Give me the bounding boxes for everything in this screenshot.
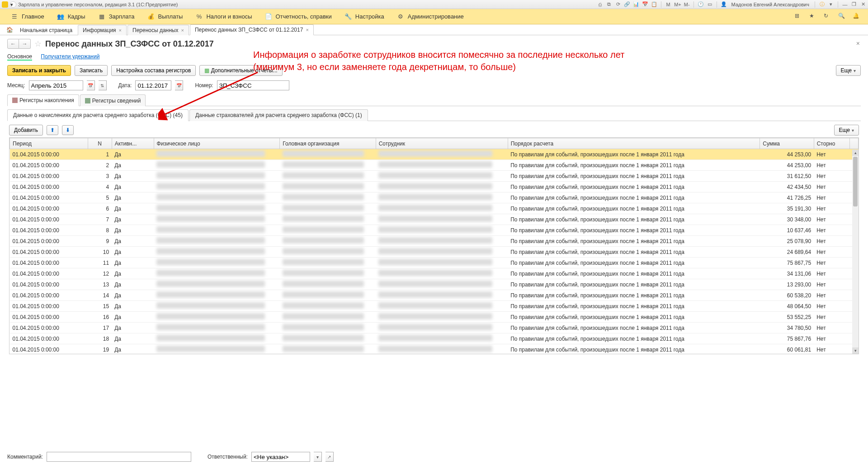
menu-reports[interactable]: 📄Отчетность, справки bbox=[259, 9, 338, 24]
tab-info[interactable]: Информация× bbox=[78, 25, 127, 35]
table-row[interactable]: 01.04.2015 0:00:0019ДаПо правилам для со… bbox=[10, 344, 859, 355]
tool-refresh-icon[interactable]: ⟳ bbox=[615, 1, 621, 8]
tool-calendar-icon[interactable]: 📅 bbox=[642, 1, 648, 8]
memory-mplus[interactable]: M+ bbox=[674, 1, 681, 8]
menu-main[interactable]: ☰Главное bbox=[5, 9, 51, 24]
tool-calc-icon[interactable]: 📊 bbox=[633, 1, 639, 8]
tab-data-insurers[interactable]: Данные страхователей для расчета среднег… bbox=[189, 109, 368, 121]
menu-payouts[interactable]: 💰Выплаты bbox=[141, 9, 189, 24]
nav-forward-button[interactable]: → bbox=[19, 39, 31, 49]
bell-icon[interactable]: 🔔 bbox=[853, 13, 861, 21]
save-button[interactable]: Записать bbox=[75, 65, 108, 76]
date-calendar-icon[interactable]: 📅 bbox=[175, 80, 183, 90]
table-scrollbar[interactable]: ▴ ▾ bbox=[852, 150, 859, 354]
menu-salary[interactable]: ▦Зарплата bbox=[92, 9, 141, 24]
table-row[interactable]: 01.04.2015 0:00:008ДаПо правилам для соб… bbox=[10, 225, 859, 236]
table-row[interactable]: 01.04.2015 0:00:007ДаПо правилам для соб… bbox=[10, 214, 859, 225]
col-calc-order[interactable]: Порядок расчета bbox=[508, 138, 760, 149]
scroll-up-icon[interactable]: ▴ bbox=[852, 150, 859, 156]
table-row[interactable]: 01.04.2015 0:00:0018ДаПо правилам для со… bbox=[10, 333, 859, 344]
tab-accum-registers[interactable]: Регистры накопления bbox=[7, 94, 79, 106]
month-calendar-icon[interactable]: 📅 bbox=[87, 80, 95, 90]
table-row[interactable]: 01.04.2015 0:00:006ДаПо правилам для соб… bbox=[10, 203, 859, 214]
col-main-org[interactable]: Головная организация bbox=[280, 138, 376, 149]
history-icon[interactable]: ↻ bbox=[824, 13, 832, 21]
responsible-input[interactable] bbox=[251, 452, 310, 462]
memory-m[interactable]: M bbox=[665, 1, 671, 8]
table-row[interactable]: 01.04.2015 0:00:0017ДаПо правилам для со… bbox=[10, 323, 859, 333]
tab-transfers[interactable]: Переносы данных× bbox=[127, 25, 189, 35]
apps-icon[interactable]: ⊞ bbox=[795, 13, 803, 21]
move-up-button[interactable]: ⬆ bbox=[47, 125, 58, 135]
add-button[interactable]: Добавить bbox=[9, 125, 43, 136]
col-n[interactable]: N bbox=[88, 138, 112, 149]
memory-mminus[interactable]: M- bbox=[684, 1, 690, 8]
table-row[interactable]: 01.04.2015 0:00:002ДаПо правилам для соб… bbox=[10, 160, 859, 171]
scroll-down-icon[interactable]: ▾ bbox=[852, 347, 859, 354]
menu-admin[interactable]: ⚙Администрирование bbox=[391, 9, 470, 24]
close-form-icon[interactable]: × bbox=[856, 40, 860, 47]
tab-start[interactable]: Начальная страница bbox=[15, 25, 77, 35]
extra-reports-button[interactable]: ▦ Дополнительные отчеты... bbox=[199, 65, 282, 76]
month-spinner[interactable]: ⇅ bbox=[99, 80, 107, 90]
col-active[interactable]: Активн... bbox=[112, 138, 154, 149]
close-icon[interactable]: × bbox=[181, 28, 184, 33]
table-row[interactable]: 01.04.2015 0:00:001ДаПо правилам для соб… bbox=[10, 149, 859, 160]
table-row[interactable]: 01.04.2015 0:00:0011ДаПо правилам для со… bbox=[10, 258, 859, 268]
table-row[interactable]: 01.04.2015 0:00:009ДаПо правилам для соб… bbox=[10, 236, 859, 247]
dropdown-icon[interactable]: ▾ bbox=[828, 1, 834, 8]
tab-info-registers[interactable]: Регистры сведений bbox=[80, 94, 146, 106]
tool-link-icon[interactable]: 🔗 bbox=[624, 1, 630, 8]
favorite-star-icon[interactable]: ☆ bbox=[34, 39, 42, 49]
table-row[interactable]: 01.04.2015 0:00:0015ДаПо правилам для со… bbox=[10, 301, 859, 312]
col-person[interactable]: Физическое лицо bbox=[154, 138, 280, 149]
menu-settings[interactable]: 🔧Настройка bbox=[338, 9, 391, 24]
comment-input[interactable] bbox=[47, 452, 191, 462]
col-storno[interactable]: Сторно bbox=[814, 138, 850, 149]
date-input[interactable] bbox=[135, 80, 171, 90]
more-button[interactable]: Еще▾ bbox=[836, 65, 861, 76]
table-row[interactable]: 01.04.2015 0:00:0012ДаПо правилам для со… bbox=[10, 268, 859, 279]
move-down-button[interactable]: ⬇ bbox=[62, 125, 74, 135]
table-row[interactable]: 01.04.2015 0:00:005ДаПо правилам для соб… bbox=[10, 192, 859, 203]
responsible-dropdown-icon[interactable]: ▾ bbox=[314, 452, 322, 462]
tab-document[interactable]: Перенос данных ЗП_СЗФСС от 01.12.2017× bbox=[190, 24, 314, 35]
responsible-open-icon[interactable]: ↗ bbox=[326, 452, 334, 462]
home-icon[interactable]: 🏠 bbox=[6, 27, 13, 33]
col-sum[interactable]: Сумма bbox=[760, 138, 814, 149]
tool-window-icon[interactable]: ▭ bbox=[707, 1, 713, 8]
username[interactable]: Мадонов Евгений Александрович bbox=[730, 2, 811, 7]
restore-icon[interactable]: ❐ bbox=[851, 1, 857, 8]
tab-data-accruals[interactable]: Данные о начислениях для расчета среднег… bbox=[7, 109, 189, 121]
info-icon[interactable]: ⓘ bbox=[819, 1, 825, 8]
table-row[interactable]: 01.04.2015 0:00:0010ДаПо правилам для со… bbox=[10, 247, 859, 258]
tool-clipboard-icon[interactable]: 📋 bbox=[651, 1, 657, 8]
menu-kadry[interactable]: 👥Кадры bbox=[51, 9, 92, 24]
close-icon[interactable]: × bbox=[306, 27, 308, 33]
table-more-button[interactable]: Еще▾ bbox=[834, 125, 859, 136]
table-row[interactable]: 01.04.2015 0:00:0014ДаПо правилам для со… bbox=[10, 290, 859, 301]
table-row[interactable]: 01.04.2015 0:00:004ДаПо правилам для соб… bbox=[10, 182, 859, 192]
scroll-thumb[interactable] bbox=[853, 157, 858, 206]
minimize-icon[interactable]: — bbox=[842, 1, 848, 8]
number-input[interactable] bbox=[217, 80, 289, 90]
save-close-button[interactable]: Записать и закрыть bbox=[7, 65, 71, 76]
tool-clock-icon[interactable]: 🕐 bbox=[698, 1, 704, 8]
table-row[interactable]: 01.04.2015 0:00:0016ДаПо правилам для со… bbox=[10, 312, 859, 323]
section-recipients[interactable]: Получатели удержаний bbox=[41, 53, 99, 60]
star-icon[interactable]: ★ bbox=[809, 13, 817, 21]
dropdown-icon[interactable]: ▾ bbox=[10, 1, 16, 8]
tool-copy-icon[interactable]: ⧉ bbox=[606, 1, 612, 8]
search-icon[interactable]: 🔍 bbox=[838, 13, 846, 21]
tool-print-icon[interactable]: ⎙ bbox=[597, 1, 603, 8]
registers-setup-button[interactable]: Настройка состава регистров bbox=[111, 65, 196, 76]
close-icon[interactable]: ✕ bbox=[860, 1, 866, 8]
table-row[interactable]: 01.04.2015 0:00:003ДаПо правилам для соб… bbox=[10, 171, 859, 182]
close-icon[interactable]: × bbox=[119, 28, 122, 33]
table-row[interactable]: 01.04.2015 0:00:0013ДаПо правилам для со… bbox=[10, 279, 859, 290]
month-input[interactable] bbox=[29, 80, 83, 90]
col-period[interactable]: Период bbox=[10, 138, 88, 149]
menu-taxes[interactable]: %Налоги и взносы bbox=[189, 9, 258, 24]
col-employee[interactable]: Сотрудник bbox=[376, 138, 508, 149]
section-main[interactable]: Основное bbox=[7, 53, 32, 61]
